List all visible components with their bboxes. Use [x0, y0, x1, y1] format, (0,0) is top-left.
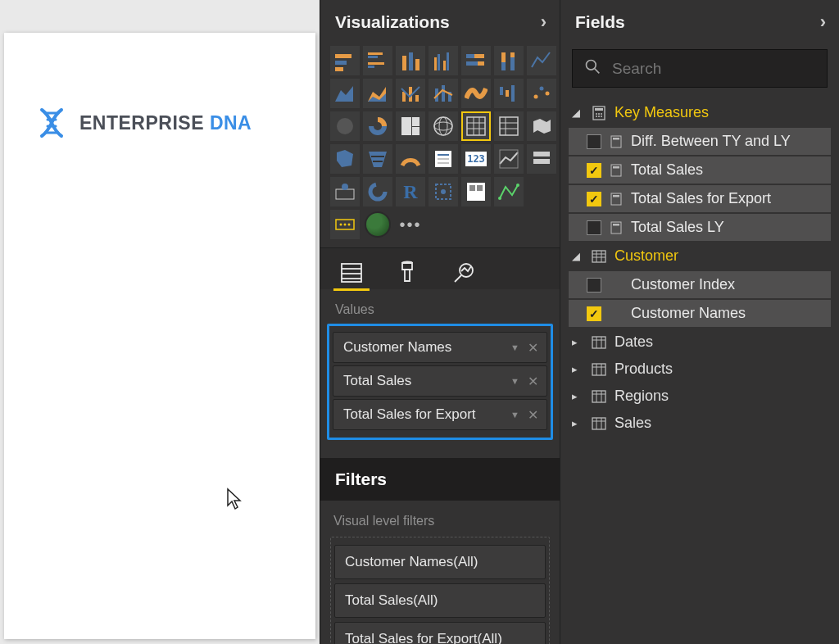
viz-globe-icon[interactable]: [363, 210, 392, 239]
viz-clustered-bar-icon[interactable]: [363, 46, 392, 75]
svg-rect-44: [412, 117, 420, 126]
fields-tab-icon[interactable]: [335, 256, 368, 289]
pill-remove-icon[interactable]: ✕: [528, 340, 538, 356]
svg-rect-23: [501, 62, 506, 70]
fields-search-input[interactable]: [612, 60, 815, 78]
field-customer-names[interactable]: Customer Names: [569, 300, 831, 327]
viz-arcgis-icon[interactable]: [330, 177, 360, 206]
field-diff-ty-ly[interactable]: Diff. Between TY and LY: [569, 128, 831, 155]
filter-pill-label: Customer Names(All): [345, 554, 478, 570]
svg-rect-105: [613, 224, 619, 226]
calculator-table-icon: [592, 106, 606, 120]
value-pill[interactable]: Customer Names ▼✕: [333, 332, 547, 363]
viz-scatter-icon[interactable]: [527, 79, 556, 108]
field-total-sales-export[interactable]: Total Sales for Export: [569, 185, 831, 212]
viz-gauge-icon[interactable]: [396, 144, 425, 174]
field-checkbox[interactable]: [587, 278, 601, 293]
visualizations-title: Visualizations: [335, 12, 450, 32]
value-pill[interactable]: Total Sales for Export ▼✕: [333, 399, 547, 430]
table-key-measures[interactable]: ◢ Key Measures: [560, 99, 839, 126]
svg-rect-68: [336, 189, 354, 199]
viz-kpi-icon[interactable]: [494, 144, 524, 174]
values-field-well[interactable]: Customer Names ▼✕ Total Sales ▼✕ Total S…: [327, 324, 553, 440]
pill-remove-icon[interactable]: ✕: [528, 407, 538, 423]
svg-point-70: [370, 184, 385, 199]
field-checkbox[interactable]: [587, 306, 601, 321]
viz-line-stacked-column-icon[interactable]: [429, 79, 458, 108]
format-tab-icon[interactable]: [391, 256, 424, 289]
viz-filled-map-icon[interactable]: [527, 111, 556, 141]
svg-rect-115: [592, 364, 605, 375]
field-checkbox[interactable]: [587, 192, 601, 206]
search-icon: [584, 58, 601, 79]
viz-funnel-icon[interactable]: [363, 144, 392, 174]
collapse-fields-chevron-icon[interactable]: ›: [820, 11, 826, 33]
viz-qna-icon[interactable]: [330, 210, 360, 239]
viz-100-stacked-bar-icon[interactable]: [461, 46, 491, 75]
svg-point-47: [434, 122, 452, 130]
field-customer-index[interactable]: Customer Index: [569, 271, 831, 298]
viz-ribbon-chart-icon[interactable]: [461, 79, 491, 108]
filter-pill[interactable]: Total Sales for Export(All): [334, 622, 546, 644]
pill-menu-icon[interactable]: ▼: [510, 342, 519, 352]
viz-stacked-bar-icon[interactable]: [330, 46, 360, 75]
collapse-visualizations-chevron-icon[interactable]: ›: [541, 11, 546, 33]
table-icon: [592, 362, 606, 377]
viz-waterfall-icon[interactable]: [494, 79, 524, 108]
viz-multirow-card-icon[interactable]: [429, 144, 458, 174]
viz-stacked-area-icon[interactable]: [363, 79, 392, 108]
pill-remove-icon[interactable]: ✕: [528, 374, 538, 389]
field-label: Customer Names: [631, 305, 746, 322]
viz-treemap-icon[interactable]: [396, 111, 425, 141]
viz-100-stacked-column-icon[interactable]: [494, 46, 524, 75]
table-customer[interactable]: ◢ Customer: [560, 243, 839, 270]
viz-donut-icon[interactable]: [363, 111, 392, 141]
viz-stacked-column-icon[interactable]: [396, 46, 425, 75]
viz-py-visual-icon[interactable]: [429, 177, 458, 206]
viz-key-influencers-icon[interactable]: [461, 177, 491, 206]
field-total-sales-ly[interactable]: Total Sales LY: [569, 214, 831, 241]
measure-icon: [610, 135, 623, 148]
viz-table-icon[interactable]: [461, 111, 491, 141]
viz-clustered-column-icon[interactable]: [429, 46, 458, 75]
viz-r-visual-icon[interactable]: R: [396, 177, 425, 206]
viz-donut-prog-icon[interactable]: [363, 177, 392, 206]
svg-point-94: [601, 113, 602, 115]
viz-line-chart-icon[interactable]: [527, 46, 556, 75]
svg-point-96: [598, 116, 600, 117]
field-checkbox[interactable]: [587, 163, 601, 178]
viz-more-icon[interactable]: •••: [396, 210, 425, 239]
table-regions[interactable]: ▸ Regions: [560, 383, 839, 410]
viz-area-chart-icon[interactable]: [330, 79, 360, 108]
svg-rect-4: [335, 54, 351, 58]
viz-empty-slot: [527, 177, 556, 206]
table-products[interactable]: ▸ Products: [560, 356, 839, 383]
field-checkbox[interactable]: [587, 220, 601, 235]
viz-map-icon[interactable]: [429, 111, 458, 141]
viz-decomp-tree-icon[interactable]: [494, 177, 524, 206]
table-icon: [592, 335, 606, 350]
report-page[interactable]: ENTERPRISE DNA: [4, 33, 315, 639]
viz-pie-icon[interactable]: [330, 111, 360, 141]
viz-line-clustered-column-icon[interactable]: [396, 79, 425, 108]
field-checkbox[interactable]: [587, 134, 601, 149]
viz-card-icon[interactable]: 123: [461, 144, 491, 174]
viz-matrix-icon[interactable]: [494, 111, 524, 141]
svg-rect-74: [469, 185, 475, 191]
filter-pill[interactable]: Customer Names(All): [334, 545, 546, 579]
fields-search-box[interactable]: [572, 49, 828, 88]
filter-pill[interactable]: Total Sales(All): [334, 583, 546, 618]
dna-icon: [35, 107, 68, 139]
pill-menu-icon[interactable]: ▼: [510, 410, 519, 420]
table-sales[interactable]: ▸ Sales: [560, 410, 839, 437]
analytics-tab-icon[interactable]: [447, 256, 479, 289]
value-pill[interactable]: Total Sales ▼✕: [333, 365, 547, 397]
visual-level-filters-label: Visual level filters: [330, 501, 550, 535]
measure-icon: [610, 193, 623, 206]
field-total-sales[interactable]: Total Sales: [569, 156, 831, 184]
visual-level-filters-well[interactable]: Customer Names(All) Total Sales(All) Tot…: [330, 537, 550, 644]
pill-menu-icon[interactable]: ▼: [510, 376, 519, 386]
viz-shape-map-icon[interactable]: [330, 144, 360, 174]
table-dates[interactable]: ▸ Dates: [560, 329, 839, 356]
viz-slicer-icon[interactable]: [527, 144, 556, 174]
